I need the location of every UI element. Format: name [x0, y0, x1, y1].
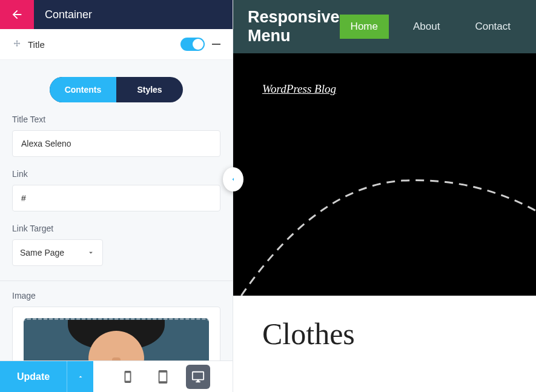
preview-topbar: Responsive Menu Home About Contact [233, 0, 536, 53]
field-link: Link [0, 169, 233, 224]
site-brand: Responsive Menu [248, 8, 340, 45]
device-tablet-button[interactable] [151, 365, 175, 389]
avatar-preview [24, 318, 209, 360]
nav-home[interactable]: Home [340, 15, 389, 39]
tab-styles[interactable]: Styles [116, 77, 183, 102]
device-desktop-button[interactable] [186, 365, 210, 389]
hero-blog-link[interactable]: WordPress Blog [262, 82, 336, 96]
caret-left-icon [230, 176, 237, 183]
arrow-left-icon [10, 8, 24, 21]
editor-panel: Container Title Contents Styles Title Te… [0, 0, 233, 392]
drag-handle[interactable] [12, 39, 22, 49]
field-label: Link Target [12, 224, 220, 233]
title-text-input[interactable] [12, 130, 220, 157]
page-title: Clothes [262, 316, 507, 351]
hero-section: WordPress Blog [233, 53, 536, 296]
caret-up-icon [77, 373, 84, 380]
update-button[interactable]: Update [0, 361, 67, 393]
move-icon [12, 39, 22, 49]
tab-pill: Contents Styles [50, 77, 183, 102]
link-input[interactable] [12, 185, 220, 211]
tab-contents[interactable]: Contents [50, 77, 116, 102]
collapse-section-button[interactable] [212, 44, 220, 45]
tab-bar: Contents Styles [0, 60, 233, 115]
page-content: Clothes [233, 296, 536, 392]
field-link-target: Link Target Same Page [0, 224, 233, 278]
preview-panel: Responsive Menu Home About Contact WordP… [233, 0, 536, 392]
desktop-icon [191, 370, 205, 384]
select-value: Same Page [20, 248, 64, 257]
mobile-icon [121, 370, 134, 384]
section-header: Title [0, 29, 233, 60]
section-toggle[interactable] [180, 38, 205, 51]
fields-scroll[interactable]: Contents Styles Title Text Link Link Tar… [0, 60, 233, 360]
back-button[interactable] [0, 0, 34, 29]
field-title-text: Title Text [0, 115, 233, 169]
panel-footer: Update [0, 360, 233, 392]
main-nav: Home About Contact [340, 15, 521, 39]
field-label: Title Text [12, 115, 220, 124]
hero-curve-decoration [233, 162, 536, 296]
device-mobile-button[interactable] [116, 365, 140, 389]
field-image: Image [0, 291, 233, 360]
tablet-icon [156, 370, 170, 384]
collapse-panel-button[interactable] [223, 167, 243, 191]
divider [0, 281, 233, 281]
field-label: Link [12, 169, 220, 179]
panel-title: Container [34, 8, 92, 21]
nav-contact[interactable]: Contact [464, 15, 521, 39]
device-switcher [93, 365, 233, 389]
image-picker[interactable] [12, 307, 220, 360]
link-target-select[interactable]: Same Page [12, 239, 103, 266]
field-label: Image [12, 291, 220, 301]
panel-header: Container [0, 0, 233, 29]
chevron-down-icon [87, 248, 95, 257]
update-options-button[interactable] [67, 361, 93, 393]
section-title: Title [28, 39, 180, 50]
nav-about[interactable]: About [402, 15, 451, 39]
